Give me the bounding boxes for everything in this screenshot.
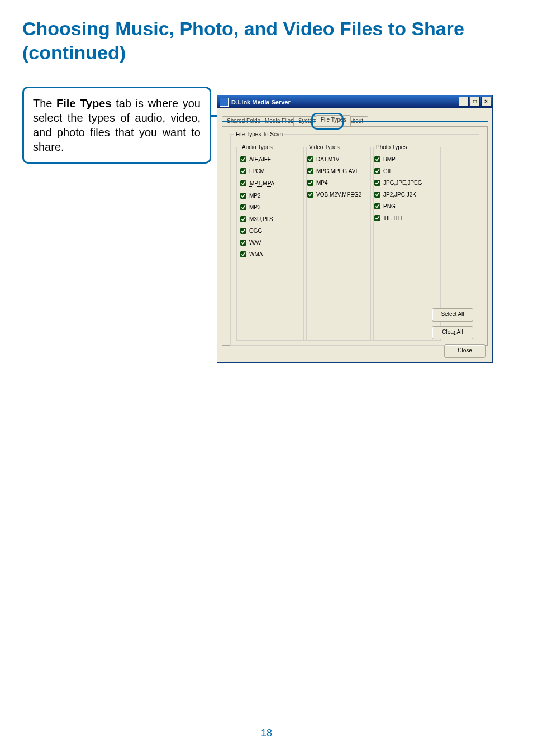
photo-jpg-label: JPG,JPE,JPEG xyxy=(383,180,422,186)
media-server-window: D-Link Media Server _ □ × Shared Folder … xyxy=(217,95,493,363)
audio-aif-checkbox[interactable]: AIF,AIFF xyxy=(240,156,303,162)
callout-bold: File Types xyxy=(56,97,111,109)
video-types-group: Video Types DAT,M1V MPG,MPEG,AVI MP4 VOB… xyxy=(303,144,374,341)
callout-pre: The xyxy=(33,97,56,109)
video-mp4-label: MP4 xyxy=(316,180,328,186)
photo-tif-checkbox[interactable]: TIF,TIFF xyxy=(374,215,437,221)
audio-types-group: Audio Types AIF,AIFF LPCM MP1,MPA MP2 MP… xyxy=(236,144,307,341)
photo-legend: Photo Types xyxy=(374,144,408,150)
photo-types-group: Photo Types BMP GIF JPG,JPE,JPEG JP2,JPC… xyxy=(370,144,441,341)
file-types-to-scan-group: File Types To Scan Audio Types AIF,AIFF … xyxy=(230,131,479,346)
audio-wav-checkbox[interactable]: WAV xyxy=(240,240,303,246)
photo-jpg-checkbox[interactable]: JPG,JPE,JPEG xyxy=(374,180,437,186)
audio-mp2-checkbox[interactable]: MP2 xyxy=(240,193,303,199)
audio-aif-label: AIF,AIFF xyxy=(249,156,271,162)
audio-mp3-checkbox[interactable]: MP3 xyxy=(240,204,303,210)
audio-mp1-label: MP1,MPA xyxy=(249,180,275,187)
video-vob-checkbox[interactable]: VOB,M2V,MPEG2 xyxy=(307,192,370,198)
app-icon xyxy=(220,98,229,107)
photo-tif-label: TIF,TIFF xyxy=(383,215,404,221)
video-vob-label: VOB,M2V,MPEG2 xyxy=(316,192,361,198)
audio-ogg-checkbox[interactable]: OGG xyxy=(240,228,303,234)
audio-legend: Audio Types xyxy=(240,144,274,150)
audio-wav-label: WAV xyxy=(249,240,261,246)
video-mpg-label: MPG,MPEG,AVI xyxy=(316,168,357,174)
tab-file-types[interactable]: File Types xyxy=(316,115,351,126)
photo-jp2-checkbox[interactable]: JP2,JPC,J2K xyxy=(374,192,437,198)
select-all-button[interactable]: Select All xyxy=(432,308,473,322)
outer-legend: File Types To Scan xyxy=(234,131,284,137)
video-legend: Video Types xyxy=(307,144,341,150)
photo-bmp-checkbox[interactable]: BMP xyxy=(374,156,437,162)
title-bar[interactable]: D-Link Media Server _ □ × xyxy=(217,95,492,108)
page-number: 18 xyxy=(0,728,533,739)
audio-wma-checkbox[interactable]: WMA xyxy=(240,251,303,257)
audio-m3u-label: M3U,PLS xyxy=(249,216,273,222)
audio-lpcm-label: LPCM xyxy=(249,168,265,174)
clear-all-button[interactable]: Clear All xyxy=(432,326,473,339)
page-title: Choosing Music, Photo, and Video Files t… xyxy=(22,17,511,64)
maximize-button[interactable]: □ xyxy=(470,97,480,107)
audio-mp2-label: MP2 xyxy=(249,193,261,199)
audio-wma-label: WMA xyxy=(249,251,263,257)
photo-png-label: PNG xyxy=(383,203,396,209)
audio-m3u-checkbox[interactable]: M3U,PLS xyxy=(240,216,303,222)
audio-ogg-label: OGG xyxy=(249,228,262,234)
callout-line-overlay xyxy=(222,121,488,122)
photo-png-checkbox[interactable]: PNG xyxy=(374,203,437,209)
video-dat-checkbox[interactable]: DAT,M1V xyxy=(307,156,370,162)
minimize-button[interactable]: _ xyxy=(459,97,469,107)
photo-jp2-label: JP2,JPC,J2K xyxy=(383,192,416,198)
photo-gif-label: GIF xyxy=(383,168,393,174)
window-title: D-Link Media Server xyxy=(231,99,291,106)
audio-mp3-label: MP3 xyxy=(249,204,261,210)
photo-gif-checkbox[interactable]: GIF xyxy=(374,168,437,174)
audio-mp1-checkbox[interactable]: MP1,MPA xyxy=(240,180,303,187)
tabs-strip: Shared Folder Media Files System File Ty… xyxy=(222,114,488,127)
audio-lpcm-checkbox[interactable]: LPCM xyxy=(240,168,303,174)
photo-bmp-label: BMP xyxy=(383,156,396,162)
callout-box: The File Types tab is where you select t… xyxy=(22,87,211,164)
close-window-button[interactable]: × xyxy=(481,97,491,107)
video-mpg-checkbox[interactable]: MPG,MPEG,AVI xyxy=(307,168,370,174)
video-mp4-checkbox[interactable]: MP4 xyxy=(307,180,370,186)
video-dat-label: DAT,M1V xyxy=(316,156,340,162)
close-dialog-button[interactable]: Close xyxy=(444,344,486,358)
tab-content: File Types To Scan Audio Types AIF,AIFF … xyxy=(222,127,488,346)
